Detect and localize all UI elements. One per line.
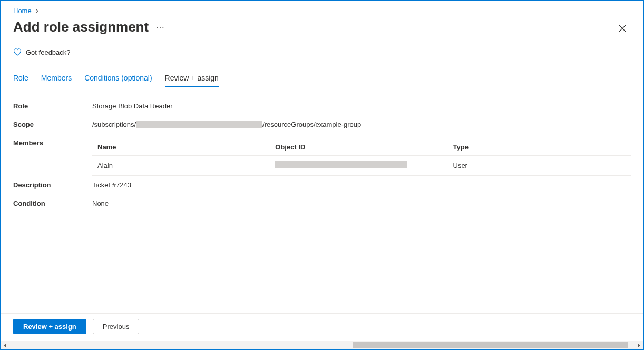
chevron-right-icon	[35, 8, 39, 14]
horizontal-scrollbar[interactable]	[1, 341, 643, 349]
feedback-label: Got feedback?	[26, 48, 71, 56]
feedback-link[interactable]: Got feedback?	[13, 48, 631, 62]
footer-bar: Review + assign Previous	[1, 313, 643, 341]
label-role: Role	[13, 102, 92, 110]
scope-prefix: /subscriptions/	[92, 121, 136, 128]
tab-role[interactable]: Role	[13, 74, 28, 87]
row-members: Members Name Object ID Type Alai	[13, 139, 631, 176]
scroll-thumb[interactable]	[353, 342, 628, 348]
scroll-left-arrow-icon[interactable]	[1, 341, 9, 350]
label-description: Description	[13, 181, 92, 189]
cell-type: User	[448, 156, 631, 176]
object-id-redacted	[275, 161, 407, 168]
scroll-track[interactable]	[9, 341, 635, 349]
value-description: Ticket #7243	[92, 181, 631, 189]
main-area: Home Add role assignment ⋯ Got f	[1, 1, 643, 313]
table-row: Alain User	[92, 156, 631, 176]
close-icon	[619, 25, 626, 32]
row-role: Role Storage Blob Data Reader	[13, 102, 631, 110]
more-actions-button[interactable]: ⋯	[156, 23, 165, 34]
col-object-id: Object ID	[270, 139, 447, 156]
review-assign-button[interactable]: Review + assign	[13, 319, 86, 334]
members-table: Name Object ID Type Alain User	[92, 139, 631, 176]
label-condition: Condition	[13, 199, 92, 207]
summary: Role Storage Blob Data Reader Scope /sub…	[13, 102, 631, 218]
scroll-right-arrow-icon[interactable]	[635, 341, 643, 350]
page-title: Add role assignment	[13, 19, 149, 35]
heart-icon	[13, 48, 22, 56]
breadcrumb: Home	[13, 7, 631, 15]
scope-suffix: /resourceGroups/example-group	[262, 121, 361, 128]
tab-conditions[interactable]: Conditions (optional)	[84, 74, 152, 87]
previous-button[interactable]: Previous	[93, 319, 140, 334]
col-name: Name	[92, 139, 270, 156]
tab-members[interactable]: Members	[41, 74, 72, 87]
breadcrumb-home-link[interactable]: Home	[13, 7, 32, 15]
members-table-wrapper: Name Object ID Type Alain User	[92, 139, 631, 176]
cell-object-id	[270, 156, 447, 176]
row-description: Description Ticket #7243	[13, 181, 631, 189]
value-scope: /subscriptions/ /resourceGroups/example-…	[92, 121, 631, 128]
scope-redacted	[136, 121, 262, 128]
tabs: Role Members Conditions (optional) Revie…	[13, 74, 631, 87]
title-left: Add role assignment ⋯	[13, 19, 165, 37]
row-condition: Condition None	[13, 199, 631, 207]
value-role: Storage Blob Data Reader	[92, 102, 631, 110]
table-header-row: Name Object ID Type	[92, 139, 631, 156]
value-condition: None	[92, 199, 631, 207]
close-button[interactable]	[614, 20, 631, 37]
label-scope: Scope	[13, 121, 92, 128]
azure-panel: Home Add role assignment ⋯ Got f	[0, 0, 644, 350]
tab-review-assign[interactable]: Review + assign	[165, 74, 219, 87]
cell-name: Alain	[92, 156, 270, 176]
title-row: Add role assignment ⋯	[13, 19, 631, 37]
row-scope: Scope /subscriptions/ /resourceGroups/ex…	[13, 121, 631, 128]
label-members: Members	[13, 139, 92, 147]
col-type: Type	[448, 139, 631, 156]
